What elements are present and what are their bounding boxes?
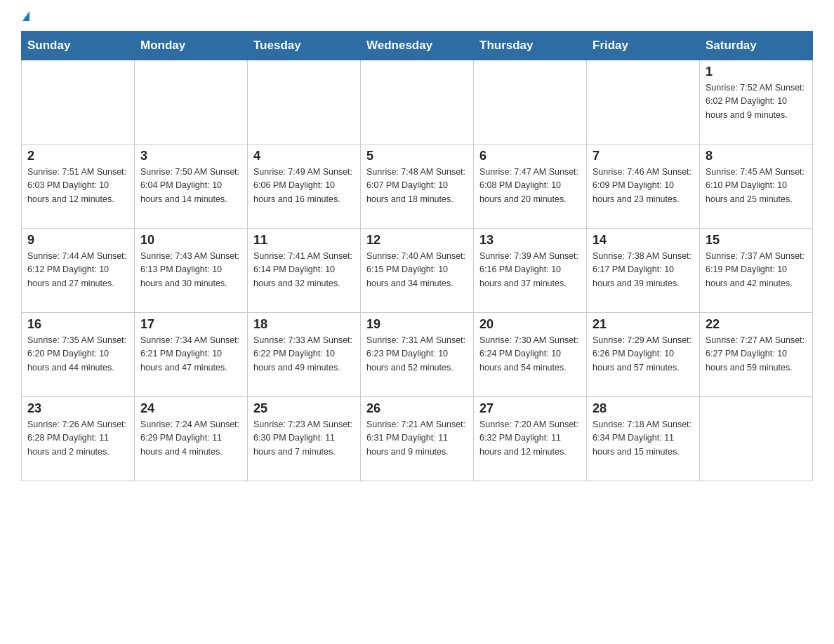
day-number: 19	[366, 317, 468, 332]
day-info: Sunrise: 7:18 AM Sunset: 6:34 PM Dayligh…	[593, 418, 694, 459]
calendar-day-header: Saturday	[700, 32, 813, 60]
calendar-day-cell: 11Sunrise: 7:41 AM Sunset: 6:14 PM Dayli…	[248, 229, 361, 313]
day-info: Sunrise: 7:37 AM Sunset: 6:19 PM Dayligh…	[706, 250, 807, 290]
calendar-day-cell: 20Sunrise: 7:30 AM Sunset: 6:24 PM Dayli…	[474, 313, 587, 397]
calendar-table: SundayMondayTuesdayWednesdayThursdayFrid…	[21, 31, 813, 481]
day-number: 7	[593, 149, 694, 163]
calendar-day-cell: 21Sunrise: 7:29 AM Sunset: 6:26 PM Dayli…	[587, 313, 700, 397]
day-number: 18	[253, 317, 355, 332]
day-info: Sunrise: 7:41 AM Sunset: 6:14 PM Dayligh…	[253, 250, 355, 290]
calendar-day-header: Wednesday	[361, 32, 474, 60]
calendar-day-cell	[135, 60, 248, 145]
day-info: Sunrise: 7:34 AM Sunset: 6:21 PM Dayligh…	[140, 334, 241, 375]
day-info: Sunrise: 7:21 AM Sunset: 6:31 PM Dayligh…	[366, 418, 468, 459]
calendar-day-cell: 9Sunrise: 7:44 AM Sunset: 6:12 PM Daylig…	[22, 229, 135, 313]
day-number: 25	[253, 401, 355, 416]
day-info: Sunrise: 7:24 AM Sunset: 6:29 PM Dayligh…	[140, 418, 241, 459]
calendar-week-row: 9Sunrise: 7:44 AM Sunset: 6:12 PM Daylig…	[22, 229, 813, 313]
calendar-week-row: 1Sunrise: 7:52 AM Sunset: 6:02 PM Daylig…	[22, 60, 813, 145]
calendar-day-cell: 1Sunrise: 7:52 AM Sunset: 6:02 PM Daylig…	[700, 60, 813, 145]
calendar-day-cell: 6Sunrise: 7:47 AM Sunset: 6:08 PM Daylig…	[474, 145, 587, 229]
calendar-day-cell: 25Sunrise: 7:23 AM Sunset: 6:30 PM Dayli…	[248, 397, 361, 481]
day-number: 8	[706, 149, 807, 163]
calendar-day-cell: 19Sunrise: 7:31 AM Sunset: 6:23 PM Dayli…	[361, 313, 474, 397]
day-number: 14	[593, 233, 694, 248]
calendar-day-header: Monday	[135, 32, 248, 60]
day-info: Sunrise: 7:27 AM Sunset: 6:27 PM Dayligh…	[706, 334, 807, 375]
day-number: 11	[253, 233, 355, 248]
day-info: Sunrise: 7:46 AM Sunset: 6:09 PM Dayligh…	[593, 166, 694, 206]
day-info: Sunrise: 7:47 AM Sunset: 6:08 PM Dayligh…	[479, 166, 581, 206]
calendar-day-cell: 4Sunrise: 7:49 AM Sunset: 6:06 PM Daylig…	[248, 145, 361, 229]
day-number: 20	[479, 317, 581, 332]
day-number: 27	[479, 401, 581, 416]
day-number: 6	[479, 149, 581, 163]
day-info: Sunrise: 7:50 AM Sunset: 6:04 PM Dayligh…	[140, 166, 241, 206]
calendar-day-cell	[587, 60, 700, 145]
day-number: 24	[140, 401, 241, 416]
day-info: Sunrise: 7:31 AM Sunset: 6:23 PM Dayligh…	[366, 334, 468, 375]
page-header	[21, 14, 813, 24]
day-info: Sunrise: 7:23 AM Sunset: 6:30 PM Dayligh…	[253, 418, 355, 459]
calendar-day-cell: 8Sunrise: 7:45 AM Sunset: 6:10 PM Daylig…	[700, 145, 813, 229]
day-info: Sunrise: 7:29 AM Sunset: 6:26 PM Dayligh…	[593, 334, 694, 375]
day-number: 2	[27, 149, 128, 163]
day-number: 4	[253, 149, 355, 163]
calendar-day-cell: 5Sunrise: 7:48 AM Sunset: 6:07 PM Daylig…	[361, 145, 474, 229]
calendar-day-cell: 3Sunrise: 7:50 AM Sunset: 6:04 PM Daylig…	[135, 145, 248, 229]
calendar-day-cell: 10Sunrise: 7:43 AM Sunset: 6:13 PM Dayli…	[135, 229, 248, 313]
calendar-day-cell: 13Sunrise: 7:39 AM Sunset: 6:16 PM Dayli…	[474, 229, 587, 313]
day-number: 1	[706, 65, 807, 79]
day-number: 15	[706, 233, 807, 248]
calendar-day-cell: 24Sunrise: 7:24 AM Sunset: 6:29 PM Dayli…	[135, 397, 248, 481]
day-info: Sunrise: 7:26 AM Sunset: 6:28 PM Dayligh…	[27, 418, 128, 459]
logo-triangle-icon	[22, 11, 29, 21]
calendar-day-cell	[248, 60, 361, 145]
calendar-day-cell: 12Sunrise: 7:40 AM Sunset: 6:15 PM Dayli…	[361, 229, 474, 313]
calendar-week-row: 2Sunrise: 7:51 AM Sunset: 6:03 PM Daylig…	[22, 145, 813, 229]
calendar-day-header: Tuesday	[248, 32, 361, 60]
day-info: Sunrise: 7:40 AM Sunset: 6:15 PM Dayligh…	[366, 250, 468, 290]
day-number: 12	[366, 233, 468, 248]
day-info: Sunrise: 7:48 AM Sunset: 6:07 PM Dayligh…	[366, 166, 468, 206]
calendar-week-row: 16Sunrise: 7:35 AM Sunset: 6:20 PM Dayli…	[22, 313, 813, 397]
calendar-day-cell	[22, 60, 135, 145]
day-number: 5	[366, 149, 468, 163]
day-number: 23	[27, 401, 128, 416]
day-info: Sunrise: 7:44 AM Sunset: 6:12 PM Dayligh…	[27, 250, 128, 290]
calendar-day-cell	[361, 60, 474, 145]
day-info: Sunrise: 7:43 AM Sunset: 6:13 PM Dayligh…	[140, 250, 241, 290]
calendar-day-cell: 2Sunrise: 7:51 AM Sunset: 6:03 PM Daylig…	[22, 145, 135, 229]
day-number: 28	[593, 401, 694, 416]
day-info: Sunrise: 7:39 AM Sunset: 6:16 PM Dayligh…	[479, 250, 581, 290]
calendar-week-row: 23Sunrise: 7:26 AM Sunset: 6:28 PM Dayli…	[22, 397, 813, 481]
day-number: 3	[140, 149, 241, 163]
day-info: Sunrise: 7:49 AM Sunset: 6:06 PM Dayligh…	[253, 166, 355, 206]
day-info: Sunrise: 7:35 AM Sunset: 6:20 PM Dayligh…	[27, 334, 128, 375]
day-info: Sunrise: 7:20 AM Sunset: 6:32 PM Dayligh…	[479, 418, 581, 459]
logo	[21, 14, 29, 24]
day-info: Sunrise: 7:45 AM Sunset: 6:10 PM Dayligh…	[706, 166, 807, 206]
calendar-day-cell: 26Sunrise: 7:21 AM Sunset: 6:31 PM Dayli…	[361, 397, 474, 481]
calendar-day-cell: 14Sunrise: 7:38 AM Sunset: 6:17 PM Dayli…	[587, 229, 700, 313]
calendar-day-cell: 27Sunrise: 7:20 AM Sunset: 6:32 PM Dayli…	[474, 397, 587, 481]
calendar-day-header: Thursday	[474, 32, 587, 60]
calendar-day-header: Friday	[587, 32, 700, 60]
calendar-day-cell: 7Sunrise: 7:46 AM Sunset: 6:09 PM Daylig…	[587, 145, 700, 229]
calendar-day-cell	[474, 60, 587, 145]
calendar-day-cell: 16Sunrise: 7:35 AM Sunset: 6:20 PM Dayli…	[22, 313, 135, 397]
day-number: 21	[593, 317, 694, 332]
day-number: 26	[366, 401, 468, 416]
calendar-day-cell: 18Sunrise: 7:33 AM Sunset: 6:22 PM Dayli…	[248, 313, 361, 397]
day-number: 9	[27, 233, 128, 248]
day-number: 13	[479, 233, 581, 248]
calendar-day-header: Sunday	[22, 32, 135, 60]
day-number: 22	[706, 317, 807, 332]
day-info: Sunrise: 7:51 AM Sunset: 6:03 PM Dayligh…	[27, 166, 128, 206]
calendar-day-cell: 22Sunrise: 7:27 AM Sunset: 6:27 PM Dayli…	[700, 313, 813, 397]
day-info: Sunrise: 7:33 AM Sunset: 6:22 PM Dayligh…	[253, 334, 355, 375]
day-info: Sunrise: 7:52 AM Sunset: 6:02 PM Dayligh…	[706, 81, 807, 122]
calendar-day-cell: 17Sunrise: 7:34 AM Sunset: 6:21 PM Dayli…	[135, 313, 248, 397]
calendar-day-cell: 23Sunrise: 7:26 AM Sunset: 6:28 PM Dayli…	[22, 397, 135, 481]
day-number: 17	[140, 317, 241, 332]
